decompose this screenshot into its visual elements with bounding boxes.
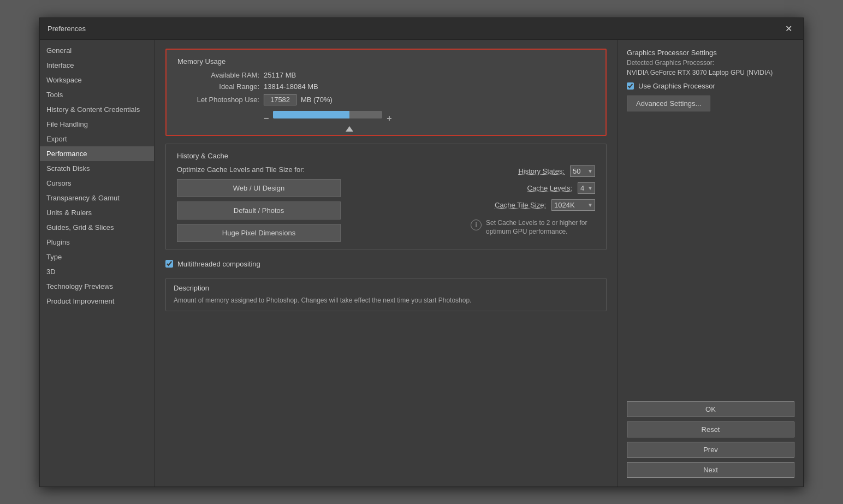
use-gpu-checkbox[interactable] (627, 82, 634, 90)
cache-main: Optimize Cache Levels and Tile Size for:… (177, 165, 595, 242)
sidebar-item-file-handling[interactable]: File Handling (40, 117, 154, 132)
history-states-label: History States: (518, 167, 565, 175)
slider-thumb-area (273, 118, 382, 126)
cache-tile-size-wrapper: 128K 256K 512K 1024K 2048K ▼ (551, 199, 595, 211)
sidebar-item-type[interactable]: Type (40, 250, 154, 264)
right-panel: Graphics Processor Settings Detected Gra… (618, 40, 803, 487)
action-buttons: OK Reset Prev Next (627, 401, 794, 478)
dialog-title: Preferences (48, 25, 86, 33)
sidebar-item-scratch-disks[interactable]: Scratch Disks (40, 161, 154, 176)
sidebar-item-units-rulers[interactable]: Units & Rulers (40, 205, 154, 220)
use-gpu-label[interactable]: Use Graphics Processor (638, 82, 715, 90)
multithreaded-checkbox[interactable] (165, 260, 173, 268)
sidebar-item-history[interactable]: History & Content Credentials (40, 102, 154, 117)
sidebar-item-workspace[interactable]: Workspace (40, 73, 154, 87)
spacer (627, 119, 794, 394)
sidebar-item-performance[interactable]: Performance (40, 146, 154, 161)
web-ui-design-button[interactable]: Web / UI Design (177, 179, 341, 197)
gps-title: Graphics Processor Settings (627, 49, 794, 57)
detected-value: NVIDIA GeForce RTX 3070 Laptop GPU (NVID… (627, 69, 794, 76)
description-text: Amount of memory assigned to Photoshop. … (174, 295, 598, 305)
sidebar-item-transparency[interactable]: Transparency & Gamut (40, 191, 154, 205)
slider-plus-button[interactable]: + (387, 114, 391, 123)
sidebar-item-tools[interactable]: Tools (40, 87, 154, 102)
optimize-label: Optimize Cache Levels and Tile Size for: (177, 165, 341, 174)
sidebar-item-product-improvement[interactable]: Product Improvement (40, 294, 154, 309)
slider-track[interactable] (273, 111, 382, 118)
description-title: Description (174, 284, 598, 292)
default-photos-button[interactable]: Default / Photos (177, 201, 341, 220)
memory-section-title: Memory Usage (177, 57, 595, 66)
available-ram-value: 25117 MB (264, 71, 296, 79)
main-content: Memory Usage Available RAM: 25117 MB Ide… (155, 40, 618, 487)
multithreaded-row: Multithreaded compositing (165, 258, 607, 270)
sidebar-item-plugins[interactable]: Plugins (40, 235, 154, 250)
detected-label: Detected Graphics Processor: (627, 59, 794, 67)
cache-tile-size-select[interactable]: 128K 256K 512K 1024K 2048K (551, 199, 595, 211)
ok-button[interactable]: OK (627, 401, 794, 417)
use-gpu-row: Use Graphics Processor (627, 82, 794, 90)
cache-section-title: History & Cache (177, 152, 595, 160)
history-states-row: History States: 50 20 100 ▼ (518, 165, 595, 177)
cache-left: Optimize Cache Levels and Tile Size for:… (177, 165, 341, 242)
slider-container (273, 111, 382, 126)
sidebar-item-guides[interactable]: Guides, Grid & Slices (40, 220, 154, 235)
next-button[interactable]: Next (627, 462, 794, 478)
sidebar-item-tech-previews[interactable]: Technology Previews (40, 279, 154, 294)
memory-usage-section: Memory Usage Available RAM: 25117 MB Ide… (165, 49, 607, 136)
cache-tile-size-row: Cache Tile Size: 128K 256K 512K 1024K 20… (495, 199, 595, 211)
cache-levels-row: Cache Levels: 4 2 6 8 ▼ (527, 182, 595, 194)
sidebar-item-interface[interactable]: Interface (40, 58, 154, 73)
ideal-range-label: Ideal Range: (177, 82, 259, 91)
sidebar-item-cursors[interactable]: Cursors (40, 176, 154, 191)
prev-button[interactable]: Prev (627, 442, 794, 458)
let-photoshop-label: Let Photoshop Use: (177, 96, 259, 104)
memory-percent-label: MB (70%) (301, 96, 333, 104)
cache-info-text: Set Cache Levels to 2 or higher for opti… (486, 218, 595, 237)
reset-button[interactable]: Reset (627, 422, 794, 437)
info-icon: i (471, 220, 482, 230)
cache-right-panel: History States: 50 20 100 ▼ (352, 165, 595, 242)
cache-info-row: i Set Cache Levels to 2 or higher for op… (471, 218, 595, 237)
slider-fill (273, 111, 349, 118)
memory-slider-row: − + (177, 111, 595, 126)
multithreaded-label[interactable]: Multithreaded compositing (177, 260, 260, 268)
graphics-section: Graphics Processor Settings Detected Gra… (627, 49, 794, 111)
cache-tile-size-label: Cache Tile Size: (495, 201, 546, 209)
ideal-range-row: Ideal Range: 13814-18084 MB (177, 82, 595, 91)
huge-pixel-button[interactable]: Huge Pixel Dimensions (177, 224, 341, 242)
slider-minus-button[interactable]: − (264, 114, 269, 123)
history-states-select[interactable]: 50 20 100 (570, 165, 595, 177)
available-ram-label: Available RAM: (177, 71, 259, 79)
sidebar-item-3d[interactable]: 3D (40, 264, 154, 279)
cache-levels-select[interactable]: 4 2 6 8 (578, 182, 595, 194)
history-states-wrapper: 50 20 100 ▼ (570, 165, 595, 177)
sidebar-item-general[interactable]: General (40, 43, 154, 58)
cache-buttons: Web / UI Design Default / Photos Huge Pi… (177, 179, 341, 242)
cache-levels-wrapper: 4 2 6 8 ▼ (578, 182, 595, 194)
ideal-range-value: 13814-18084 MB (264, 82, 318, 91)
history-cache-section: History & Cache Optimize Cache Levels an… (165, 144, 607, 250)
memory-value-input[interactable] (264, 94, 296, 105)
dialog-body: General Interface Workspace Tools Histor… (40, 40, 803, 487)
cache-levels-label: Cache Levels: (527, 184, 572, 192)
preferences-dialog: Preferences ✕ General Interface Workspac… (39, 17, 804, 487)
let-photoshop-row: Let Photoshop Use: MB (70%) (177, 94, 595, 105)
description-section: Description Amount of memory assigned to… (165, 278, 607, 311)
sidebar-item-export[interactable]: Export (40, 132, 154, 146)
advanced-settings-button[interactable]: Advanced Settings... (627, 96, 710, 111)
sidebar: General Interface Workspace Tools Histor… (40, 40, 155, 487)
available-ram-row: Available RAM: 25117 MB (177, 71, 595, 79)
close-button[interactable]: ✕ (782, 22, 795, 35)
title-bar: Preferences ✕ (40, 18, 803, 40)
slider-thumb[interactable] (346, 126, 353, 132)
